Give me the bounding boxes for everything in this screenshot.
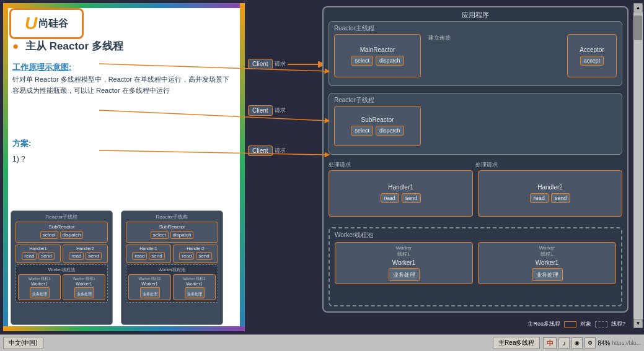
taskbar-app-btn[interactable]: 主Rea多线程 xyxy=(493,337,540,349)
sd1-send2: send xyxy=(86,252,101,260)
req2-label: 请求 xyxy=(275,106,286,115)
url-display: https://blo... xyxy=(612,340,641,346)
build-conn-label: 建立连接 xyxy=(428,34,451,42)
taskbar-lang-btn[interactable]: 中文(中国) xyxy=(3,337,43,349)
workers-row: Worker 线程1 Worker1 业务处理 Worker 线程1 Worke… xyxy=(335,242,616,284)
h1-send-btn[interactable]: send xyxy=(402,193,421,203)
worker1-thread-label: Worker 线程1 xyxy=(396,245,412,258)
sd2-btn-row: select dispatch xyxy=(128,231,216,239)
client-2-box: Client xyxy=(248,105,273,116)
handler1-label: Handler1 xyxy=(388,184,413,191)
sd2-worker2: Worker 线程1 Worker1 业务处理 xyxy=(173,274,216,300)
sub-reactor-btns: select dispatch xyxy=(351,126,404,136)
sd2-worker-pool-label: Worker线程池 xyxy=(128,267,216,273)
legend-obj-label: 对象 xyxy=(580,320,591,328)
handler1-box: Handler1 read send xyxy=(329,170,473,217)
sd1-sub-label: SubReactor xyxy=(18,224,105,230)
dispatch-btn[interactable]: dispatch xyxy=(376,56,404,66)
settings-icon[interactable]: ⚙ xyxy=(584,337,596,349)
worker2-biz-label: 业务处理 xyxy=(536,272,558,278)
sub-select-btn[interactable]: select xyxy=(351,126,373,136)
section-heading-2: 方案: xyxy=(12,138,31,149)
worker1-label: Worker1 xyxy=(392,259,416,266)
sd1-read2: read xyxy=(69,252,84,260)
handler2-btns: read send xyxy=(530,193,571,203)
app-box: 应用程序 Reactor主线程 MainReactor select dispa… xyxy=(322,6,629,313)
network-icon[interactable]: ◉ xyxy=(571,337,583,349)
small-diagram-2: Reactor子线程 SubReactor select dispatch Ha… xyxy=(121,210,223,325)
sub-reactor-inner-label: SubReactor xyxy=(361,116,394,123)
sd1-worker2: Worker 线程1 Worker1 业务处理 xyxy=(63,274,105,300)
logo-u: U xyxy=(25,14,37,33)
client-3: Client 请求 xyxy=(248,145,286,156)
sub-reactor-label: Reactor子线程 xyxy=(334,96,374,105)
title-text: 主从 Reactor 多线程 xyxy=(25,40,123,52)
sd1-handlers: Handler1 read send Handler2 read send xyxy=(15,245,108,263)
sd1-worker1: Worker 线程1 Worker1 业务处理 xyxy=(18,274,61,300)
worker-pool-label: Worker线程池 xyxy=(335,231,373,240)
body-text-1: 针对单 Reactor 多线程模型中，Reactor 在单线程中运行，高并发场景… xyxy=(12,74,236,96)
sd2-biz1: 业务处理 xyxy=(140,287,160,298)
logo-text: 尚硅谷 xyxy=(38,17,68,30)
diagram-area: Client 请求 Client 请求 Client 请求 应用程序 React… xyxy=(248,3,632,331)
sd1-read1: read xyxy=(22,252,37,260)
sub-dispatch-btn[interactable]: dispatch xyxy=(376,126,404,136)
select-btn[interactable]: select xyxy=(351,56,373,66)
sd2-read2: read xyxy=(179,252,194,260)
req1-label: 请求 xyxy=(275,60,286,68)
ime-icon[interactable]: 中 xyxy=(543,337,557,349)
pct-display: 84% xyxy=(598,340,610,347)
scrollbar[interactable]: ▲ ▼ xyxy=(633,3,643,328)
sd2-reactor-sub-label: Reactor子线程 xyxy=(124,214,220,220)
bullet-icon: ● xyxy=(12,40,19,52)
taskbar: 中文(中国) 主Rea多线程 中 ♪ ◉ ⚙ 84% https://blo..… xyxy=(0,334,644,351)
main-reactor-box: Reactor主线程 MainReactor select dispatch 建… xyxy=(329,21,622,86)
sd1-btn-row: select dispatch xyxy=(18,231,105,239)
section-heading-1: 工作原理示意图: xyxy=(12,62,71,73)
client-2: Client 请求 xyxy=(248,105,286,116)
h1-read-btn[interactable]: read xyxy=(381,193,399,203)
lang-label: 中文(中国) xyxy=(9,339,38,347)
sd1-biz2: 业务处理 xyxy=(74,287,94,298)
main-reactor-btns: select dispatch xyxy=(351,56,404,66)
client-1-box: Client xyxy=(248,59,273,69)
handler1-btns: read send xyxy=(381,193,421,203)
sd1-send1: send xyxy=(38,252,54,260)
sound-icon[interactable]: ♪ xyxy=(558,337,570,349)
sd1-biz1: 业务处理 xyxy=(30,287,50,298)
sd2-handler2: Handler2 read send xyxy=(173,245,218,263)
handler2-box: Handler2 read send xyxy=(478,170,622,217)
handle-req-label-1: 处理请求 xyxy=(329,161,351,169)
app-label: 应用程序 xyxy=(462,11,489,20)
accept-btn[interactable]: accept xyxy=(580,56,604,66)
sd1-handler1: Handler1 read send xyxy=(15,245,61,263)
sd2-send2: send xyxy=(196,252,211,260)
step-text: 1) ? xyxy=(12,155,25,163)
deco-bottom xyxy=(3,326,245,331)
sd1-worker-pool: Worker线程池 Worker 线程1 Worker1 业务处理 Worker… xyxy=(15,264,108,303)
scroll-thumb[interactable] xyxy=(634,15,642,40)
worker1-biz: 业务处理 xyxy=(389,268,420,281)
sd1-dispatch: dispatch xyxy=(60,231,84,239)
sd2-handler1: Handler1 read send xyxy=(126,245,171,263)
sd2-subreactor: SubReactor select dispatch xyxy=(126,222,218,243)
sd2-worker-pool: Worker线程池 Worker 线程1 Worker1 业务处理 Worker… xyxy=(126,264,218,303)
h2-send-btn[interactable]: send xyxy=(551,193,571,203)
deco-left xyxy=(3,3,8,331)
acceptor-box: Acceptor accept xyxy=(567,34,617,77)
scroll-down-btn[interactable]: ▼ xyxy=(633,319,643,328)
legend-app-label: 主Rea多线程 xyxy=(527,320,560,328)
deco-right xyxy=(240,3,245,331)
sd1-h1-btns: read send xyxy=(17,252,59,260)
sub-reactor-box: Reactor子线程 SubReactor select dispatch xyxy=(329,93,622,155)
sd1-w2-inner: Worker1 xyxy=(76,282,92,286)
h2-read-btn[interactable]: read xyxy=(530,193,549,203)
client-1: Client 请求 xyxy=(248,59,325,69)
sd1-subreactor: SubReactor select dispatch xyxy=(15,222,108,243)
sd1-handler2: Handler2 read send xyxy=(63,245,108,263)
sd2-w1-inner: Worker1 xyxy=(141,282,157,286)
main-title: ● 主从 Reactor 多线程 xyxy=(12,39,236,53)
client-3-box: Client xyxy=(248,145,273,156)
worker1-biz-label: 业务处理 xyxy=(393,272,415,278)
scroll-up-btn[interactable]: ▲ xyxy=(633,3,643,12)
